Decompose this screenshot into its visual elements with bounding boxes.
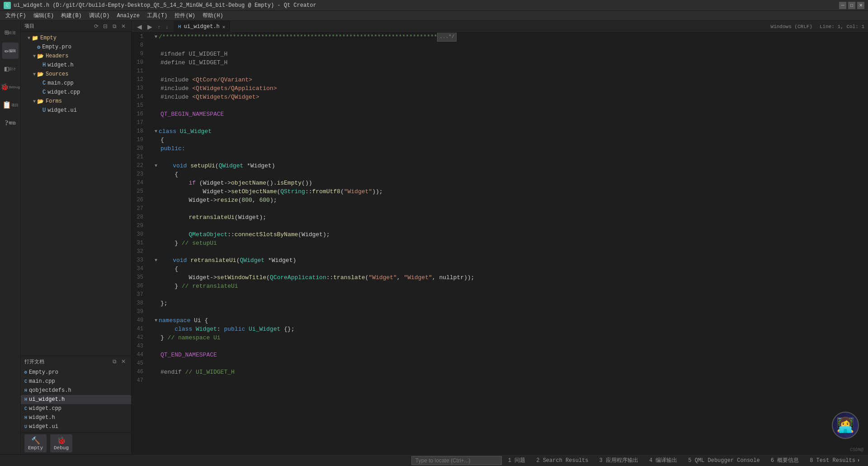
code-line-15 [153, 101, 868, 110]
bottom-tab-compile[interactable]: 4 编译输出 [645, 455, 682, 466]
minimize-button[interactable]: ─ [839, 2, 846, 9]
open-file-widgeth-name: widget.h [29, 414, 55, 421]
open-file-maincpp-name: main.cpp [29, 378, 55, 385]
nav-down-btn[interactable]: ↓ [164, 24, 170, 29]
tree-item-widgetui[interactable]: U widget.ui [21, 106, 131, 115]
open-file-widgeth[interactable]: H widget.h [21, 413, 131, 422]
open-files-title: 打开文档 [24, 358, 44, 365]
bottom-tab-app-output[interactable]: 3 应用程序输出 [594, 455, 642, 466]
bottom-tab-search[interactable]: 2 Search Results [532, 455, 593, 466]
collapsed-comment-1[interactable]: ...*/ [437, 33, 457, 42]
menu-item-w[interactable]: 控件(W) [171, 11, 199, 21]
open-files-split-btn[interactable]: ⧉ [110, 357, 118, 366]
panel-close-btn[interactable]: ✕ [119, 22, 127, 30]
open-file-emptypro-name: Empty.pro [29, 369, 58, 376]
tree-item-widgeth[interactable]: H widget.h [21, 61, 131, 70]
open-files-close-btn[interactable]: ✕ [119, 357, 127, 366]
code-line-17 [153, 119, 868, 127]
project-panel-header: 项目 ⟳ ⊟ ⧉ ✕ [21, 21, 131, 32]
tree-item-emptypro[interactable]: ⚙ Empty.pro [21, 43, 131, 52]
code-line-24: if (Widget->objectName().isEmpty()) [153, 179, 868, 187]
close-button[interactable]: ✕ [857, 2, 864, 9]
code-line-29 [153, 222, 868, 230]
panel-collapse-btn[interactable]: ⊟ [101, 22, 109, 30]
open-file-widgetcpp[interactable]: C widget.cpp [21, 404, 131, 413]
sidebar-item-project[interactable]: 📋 项目 [2, 97, 19, 113]
tree-label-widgetcpp: widget.cpp [47, 89, 80, 95]
open-files-header: 打开文档 ⧉ ✕ [21, 356, 131, 367]
tree-label-sources: Sources [46, 71, 68, 77]
sidebar-item-design[interactable]: ◧ 设计 [2, 61, 19, 77]
sidebar-item-help[interactable]: ? 帮助 [2, 115, 19, 131]
qml-debugger-label: 5 QML Debugger Console [688, 457, 760, 464]
bottom-panel: 1 问题 2 Search Results 3 应用程序输出 4 编译输出 5 … [0, 454, 868, 466]
open-file-qobjectdefs[interactable]: H qobjectdefs.h [21, 386, 131, 395]
tab-close-btn[interactable]: ✕ [222, 24, 226, 30]
tree-item-maincpp[interactable]: C main.cpp [21, 79, 131, 88]
debug-badge[interactable]: 🐞 Debug [50, 434, 72, 452]
tree-item-headers[interactable]: ▼ 📂 Headers [21, 52, 131, 61]
sidebar-item-edit[interactable]: ✏ 编辑 [2, 43, 19, 59]
headers-folder-icon: 📂 [37, 53, 44, 60]
menu-item-h[interactable]: 帮助(H) [199, 11, 227, 21]
code-line-14: #include <QtWidgets/QWidget> [153, 93, 868, 101]
general-messages-label: 6 概要信息 [771, 456, 799, 464]
menu-item-b[interactable]: 构建(B) [57, 11, 85, 21]
tree-item-sources[interactable]: ▼ 📂 Sources [21, 70, 131, 79]
fold-btn-33[interactable]: ▼ [153, 258, 159, 263]
code-content[interactable]: ▼ /*************************************… [150, 33, 868, 454]
code-line-42: } // namespace Ui [153, 333, 868, 342]
fold-btn-18[interactable]: ▼ [153, 129, 159, 134]
open-file-emptypro[interactable]: ⚙ Empty.pro [21, 368, 131, 377]
fold-btn-1[interactable]: ▼ [153, 34, 159, 40]
issues-label: 1 问题 [508, 456, 525, 464]
nav-fwd-btn[interactable]: ▶ [146, 23, 154, 30]
tree-root-empty[interactable]: ▼ 📁 Empty [21, 33, 131, 43]
bottom-tab-issues[interactable]: 1 问题 [504, 455, 530, 466]
mini-avatar: 👩‍💻 [832, 412, 859, 439]
menu-item-d[interactable]: 调试(D) [85, 11, 113, 21]
sidebar-item-debug[interactable]: 🐞 Debug [2, 79, 19, 95]
project-panel-title: 项目 [24, 23, 34, 29]
panel-split-btn[interactable]: ⧉ [110, 22, 118, 30]
nav-back-btn[interactable]: ◀ [135, 23, 144, 30]
bottom-tab-general[interactable]: 6 概要信息 [766, 455, 803, 466]
maximize-button[interactable]: □ [848, 2, 855, 9]
menu-item-f[interactable]: 文件(F) [2, 11, 30, 21]
tab-uiwidgeth[interactable]: H ui_widget.h ✕ [174, 21, 230, 33]
code-line-32 [153, 247, 868, 256]
code-line-16: QT_BEGIN_NAMESPACE [153, 110, 868, 119]
title-bar-controls[interactable]: ─ □ ✕ [839, 2, 864, 9]
tree-label-forms: Forms [46, 98, 62, 105]
code-line-13: #include <QtWidgets/QApplication> [153, 84, 868, 93]
project-tree: ▼ 📁 Empty ⚙ Empty.pro ▼ 📂 Headers [21, 32, 131, 356]
search-results-label: 2 Search Results [536, 457, 588, 464]
open-file-widgetui-icon: U [24, 424, 27, 429]
menu-item-t[interactable]: 工具(T) [143, 11, 171, 21]
open-file-uiwidgeth[interactable]: H ui_widget.h [21, 395, 131, 404]
bottom-tab-tests[interactable]: 8 Test Results ⬆ [805, 455, 864, 466]
tree-item-widgetcpp[interactable]: C widget.cpp [21, 88, 131, 97]
fold-btn-40[interactable]: ▼ [153, 318, 159, 323]
open-file-widgetcpp-name: widget.cpp [29, 405, 61, 412]
panel-filter-btn[interactable]: ⟳ [92, 22, 100, 30]
menu-item-e[interactable]: 编辑(E) [30, 11, 58, 21]
sources-folder-icon: 📂 [37, 71, 44, 78]
open-file-maincpp[interactable]: C main.cpp [21, 377, 131, 386]
project-icon: 📁 [32, 35, 38, 42]
empty-badge[interactable]: 🔨 Empty [24, 434, 47, 452]
app-output-label: 3 应用程序输出 [599, 456, 638, 464]
debug-badge-label: Debug [54, 445, 69, 451]
locate-input[interactable] [411, 456, 502, 465]
tree-item-forms[interactable]: ▼ 📂 Forms [21, 97, 131, 106]
open-file-maincpp-icon: C [24, 379, 27, 384]
fold-btn-22[interactable]: ▼ [153, 163, 159, 169]
open-file-widgetui[interactable]: U widget.ui [21, 422, 131, 431]
sidebar-item-welcome[interactable]: ⊞ 欢迎 [2, 24, 19, 41]
nav-up-btn[interactable]: ↑ [156, 24, 162, 29]
code-area[interactable]: 1 8 9 10 11 12 13 14 15 16 17 18 19 20 2… [132, 33, 868, 454]
menu-item-analyze[interactable]: Analyze [113, 11, 143, 21]
editor-nav: ◀ ▶ ↑ ↓ [135, 23, 170, 30]
project-panel-toolbar: ⟳ ⊟ ⧉ ✕ [92, 22, 127, 30]
bottom-tab-qml[interactable]: 5 QML Debugger Console [684, 455, 764, 466]
